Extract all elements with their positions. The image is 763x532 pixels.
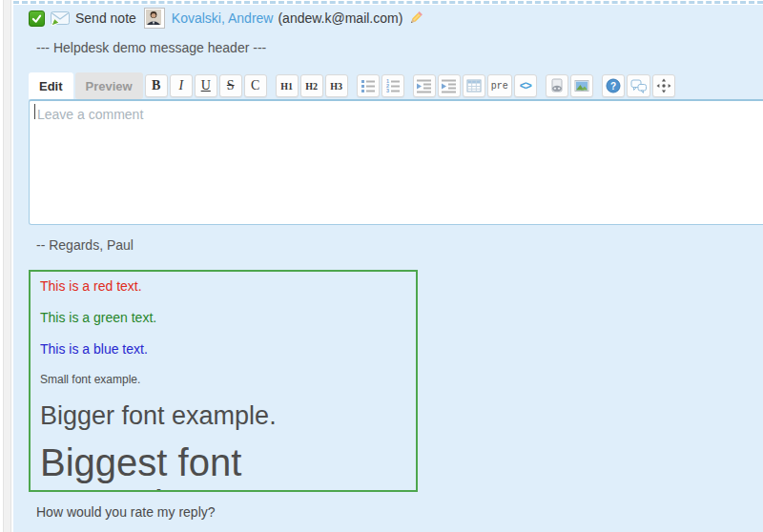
preview-line: This is a red text. (40, 278, 406, 294)
checkmark-icon (31, 12, 43, 25)
signature-text: -- Regards, Paul (36, 237, 134, 253)
bold-button[interactable]: B (145, 74, 168, 97)
ordered-list-button[interactable]: 123 (382, 74, 404, 97)
move-icon (656, 78, 671, 93)
indent-icon (442, 78, 457, 93)
preview-line: Small font example. (40, 373, 406, 386)
text-cursor (34, 104, 35, 119)
code-block-button[interactable]: <> (514, 74, 537, 97)
comments-icon (630, 78, 647, 93)
pencil-edit-icon[interactable] (408, 10, 423, 26)
fullscreen-move-button[interactable] (652, 74, 675, 97)
unordered-list-icon (361, 78, 376, 93)
panel-top-dashed-border (13, 0, 763, 5)
outdent-icon (417, 78, 432, 93)
inline-code-button[interactable]: C (244, 74, 267, 97)
comments-button[interactable] (627, 74, 650, 97)
comment-input[interactable] (29, 99, 763, 225)
recipient-name-link[interactable]: Kovalski, Andrew (172, 10, 274, 26)
heading-3-button[interactable]: H3 (325, 74, 348, 97)
message-header-text: --- Helpdesk demo message header --- (36, 40, 266, 55)
attach-file-button[interactable] (546, 74, 568, 97)
mail-send-icon (51, 11, 70, 26)
heading-2-button[interactable]: H2 (300, 74, 323, 97)
preview-box: This is a red text.This is a green text.… (29, 270, 418, 492)
editor-toolbar: Edit Preview BIUSCH1H2H3123pre<>? (29, 72, 675, 99)
strikethrough-button[interactable]: S (219, 74, 242, 97)
ordered-list-icon: 123 (385, 78, 401, 93)
note-header-bar: Send note Kovalski, Andrew (andew.k@mail… (29, 9, 423, 28)
preview-line: Bigger font example. (40, 401, 406, 430)
italic-button[interactable]: I (170, 74, 193, 97)
recipient-avatar (144, 8, 165, 29)
svg-text:?: ? (610, 81, 616, 92)
indent-button[interactable] (438, 74, 461, 97)
send-note-checkbox[interactable] (29, 10, 45, 27)
attach-icon (549, 78, 565, 93)
preview-line: This is a blue text. (40, 341, 406, 357)
tab-edit[interactable]: Edit (29, 72, 73, 99)
page-left-gutter (3, 0, 11, 532)
table-icon (466, 78, 482, 93)
svg-text:3: 3 (386, 88, 389, 93)
preview-line: Biggest font example. (40, 441, 406, 492)
tab-preview[interactable]: Preview (75, 72, 143, 99)
rating-question: How would you rate my reply? (36, 504, 216, 520)
editor-toolbar-buttons: BIUSCH1H2H3123pre<>? (143, 74, 675, 97)
send-note-label: Send note (75, 10, 136, 26)
image-icon (574, 78, 589, 93)
help-button[interactable]: ? (602, 74, 625, 97)
insert-image-button[interactable] (570, 74, 593, 97)
table-button[interactable] (463, 74, 485, 97)
preview-line: This is a green text. (40, 310, 406, 325)
unordered-list-button[interactable] (357, 74, 380, 97)
help-icon: ? (606, 78, 621, 93)
underline-button[interactable]: U (195, 74, 217, 97)
recipient-email: (andew.k@mail.com) (278, 10, 402, 26)
preformatted-button[interactable]: pre (487, 74, 512, 97)
heading-1-button[interactable]: H1 (276, 74, 299, 97)
outdent-button[interactable] (413, 74, 436, 97)
